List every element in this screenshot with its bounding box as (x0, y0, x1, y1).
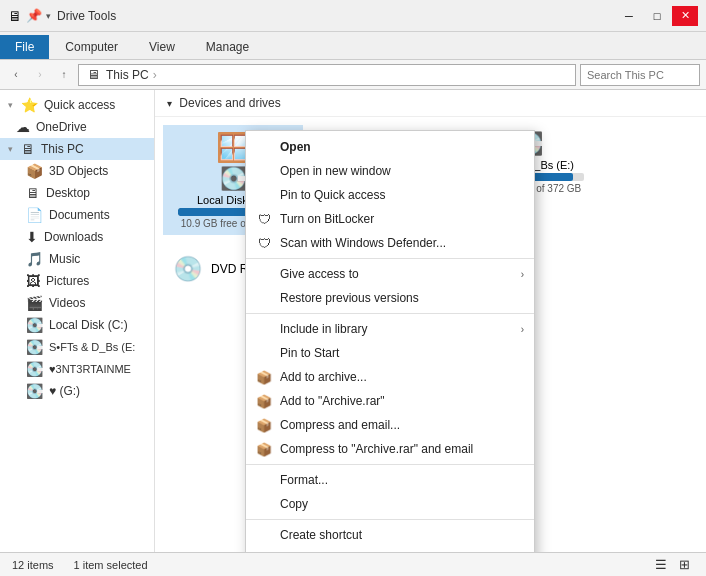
minimize-button[interactable]: ─ (616, 6, 642, 26)
ctx-add-archive[interactable]: 📦 Add to archive... (246, 365, 534, 389)
arrow-right-icon-2: › (521, 324, 524, 335)
view-list-button[interactable]: ☰ (651, 555, 671, 574)
ctx-divider-3 (246, 464, 534, 465)
chevron-icon: ▾ (8, 100, 13, 110)
content-area: ▾ Devices and drives 🪟 💽 Local Disk (C:)… (155, 90, 706, 552)
ctx-bitlocker-label: Turn on BitLocker (280, 212, 374, 226)
tab-manage[interactable]: Manage (191, 35, 264, 59)
sidebar-item-softs[interactable]: 💽 S•FTs & D_Bs (E: (0, 336, 154, 358)
sidebar-item-downloads[interactable]: ⬇ Downloads (0, 226, 154, 248)
ctx-include-library[interactable]: Include in library › (246, 317, 534, 341)
maximize-button[interactable]: □ (644, 6, 670, 26)
ctx-open-new-window-label: Open in new window (280, 164, 391, 178)
archive-icon: 📦 (256, 369, 272, 385)
ctx-add-archive-label: Add to archive... (280, 370, 367, 384)
ctx-format-label: Format... (280, 473, 328, 487)
drive-c-icon: 💽 (220, 166, 247, 192)
ctx-divider-1 (246, 258, 534, 259)
ctx-divider-2 (246, 313, 534, 314)
sidebar-label-g: ♥ (G:) (49, 384, 80, 398)
tab-computer[interactable]: Computer (50, 35, 133, 59)
softs-icon: 💽 (26, 339, 43, 355)
music-icon: 🎵 (26, 251, 43, 267)
sidebar-item-g[interactable]: 💽 ♥ (G:) (0, 380, 154, 402)
format-icon (256, 472, 272, 488)
ctx-compress-email-rar[interactable]: 📦 Compress to "Archive.rar" and email (246, 437, 534, 461)
status-bar: 12 items 1 item selected ☰ ⊞ (0, 552, 706, 576)
sidebar-item-quick-access[interactable]: ▾ ⭐ Quick access (0, 94, 154, 116)
sidebar-label-local-disk-c: Local Disk (C:) (49, 318, 128, 332)
arrow-right-icon: › (521, 269, 524, 280)
devices-label: Devices and drives (179, 96, 280, 110)
ctx-pin-start[interactable]: Pin to Start (246, 341, 534, 365)
search-input[interactable] (580, 64, 700, 86)
forward-button[interactable]: › (30, 65, 50, 85)
tab-file[interactable]: File (0, 35, 49, 59)
back-button[interactable]: ‹ (6, 65, 26, 85)
ctx-compress-email[interactable]: 📦 Compress and email... (246, 413, 534, 437)
ctx-open-new-window[interactable]: Open in new window (246, 159, 534, 183)
ctx-divider-4 (246, 519, 534, 520)
onedrive-icon: ☁ (16, 119, 30, 135)
path-icon: 🖥 (87, 67, 100, 82)
view-grid-button[interactable]: ⊞ (675, 555, 694, 574)
pin-start-icon (256, 345, 272, 361)
sidebar-item-3d-objects[interactable]: 📦 3D Objects (0, 160, 154, 182)
ctx-defender[interactable]: 🛡 Scan with Windows Defender... (246, 231, 534, 255)
ctx-format[interactable]: Format... (246, 468, 534, 492)
ctx-give-access[interactable]: Give access to › (246, 262, 534, 286)
chevron-icon: ▾ (8, 144, 13, 154)
open-icon (256, 139, 272, 155)
sidebar: ▾ ⭐ Quick access ☁ OneDrive ▾ 🖥 This PC … (0, 90, 155, 552)
sidebar-item-pictures[interactable]: 🖼 Pictures (0, 270, 154, 292)
sidebar-item-entertainment[interactable]: 💽 ♥3NT3RTAINME (0, 358, 154, 380)
ctx-include-library-label: Include in library (280, 322, 367, 336)
close-button[interactable]: ✕ (672, 6, 698, 26)
sidebar-item-this-pc[interactable]: ▾ 🖥 This PC (0, 138, 154, 160)
sidebar-label-entertainment: ♥3NT3RTAINME (49, 363, 131, 375)
sidebar-item-documents[interactable]: 📄 Documents (0, 204, 154, 226)
sidebar-label-videos: Videos (49, 296, 85, 310)
defender-icon: 🛡 (256, 235, 272, 251)
restore-icon (256, 290, 272, 306)
3dobjects-icon: 📦 (26, 163, 43, 179)
sidebar-label-documents: Documents (49, 208, 110, 222)
dvd-icon: 💿 (173, 255, 203, 283)
rename-icon (256, 551, 272, 552)
window-icon: 🖥 (8, 8, 22, 24)
ctx-compress-email-rar-label: Compress to "Archive.rar" and email (280, 442, 473, 456)
local-disk-c-icon: 💽 (26, 317, 43, 333)
sidebar-item-music[interactable]: 🎵 Music (0, 248, 154, 270)
archive-rar-icon: 📦 (256, 393, 272, 409)
ctx-copy[interactable]: Copy (246, 492, 534, 516)
devices-section-header: ▾ Devices and drives (155, 90, 706, 117)
sidebar-item-desktop[interactable]: 🖥 Desktop (0, 182, 154, 204)
ctx-pin-quick-access[interactable]: Pin to Quick access (246, 183, 534, 207)
ctx-restore-prev-label: Restore previous versions (280, 291, 419, 305)
sidebar-label-pictures: Pictures (46, 274, 89, 288)
up-button[interactable]: ↑ (54, 65, 74, 85)
address-path[interactable]: 🖥 This PC › (78, 64, 576, 86)
title-bar: 🖥 📌 ▾ Drive Tools ─ □ ✕ (0, 0, 706, 32)
downloads-icon: ⬇ (26, 229, 38, 245)
ctx-open-label: Open (280, 140, 311, 154)
ctx-create-shortcut[interactable]: Create shortcut (246, 523, 534, 547)
tab-view[interactable]: View (134, 35, 190, 59)
ctx-add-archive-rar[interactable]: 📦 Add to "Archive.rar" (246, 389, 534, 413)
address-bar: ‹ › ↑ 🖥 This PC › (0, 60, 706, 90)
sidebar-label-softs: S•FTs & D_Bs (E: (49, 341, 135, 353)
sidebar-item-videos[interactable]: 🎬 Videos (0, 292, 154, 314)
open-window-icon (256, 163, 272, 179)
ctx-restore-prev[interactable]: Restore previous versions (246, 286, 534, 310)
ctx-compress-email-label: Compress and email... (280, 418, 400, 432)
sidebar-label-onedrive: OneDrive (36, 120, 87, 134)
chevron-devices: ▾ (167, 98, 172, 109)
sidebar-item-onedrive[interactable]: ☁ OneDrive (0, 116, 154, 138)
ctx-bitlocker[interactable]: 🛡 Turn on BitLocker (246, 207, 534, 231)
pictures-icon: 🖼 (26, 273, 40, 289)
ctx-rename[interactable]: Rename (246, 547, 534, 552)
thispc-icon: 🖥 (21, 141, 35, 157)
pin-icon (256, 187, 272, 203)
sidebar-item-local-disk-c[interactable]: 💽 Local Disk (C:) (0, 314, 154, 336)
ctx-open[interactable]: Open (246, 135, 534, 159)
